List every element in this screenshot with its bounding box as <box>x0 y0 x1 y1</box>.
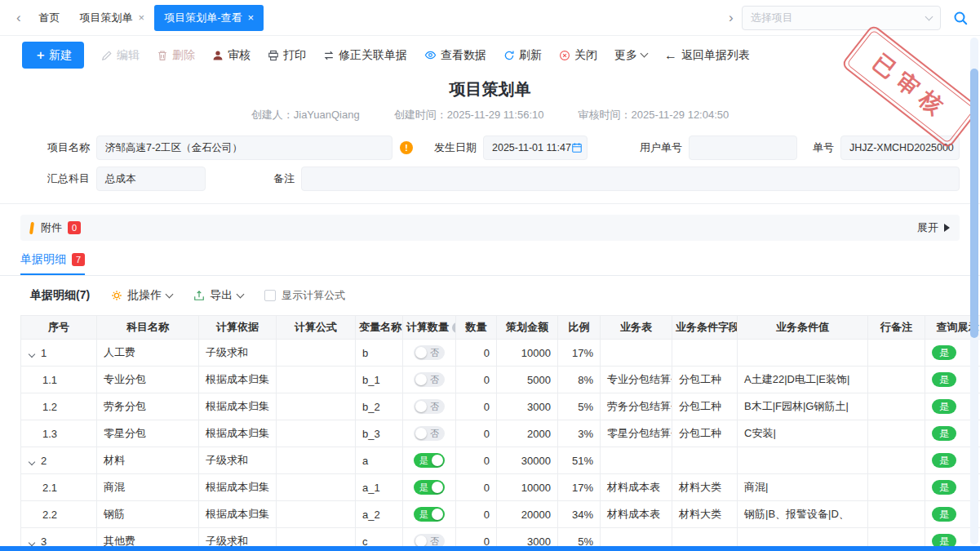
help-icon[interactable]: ? <box>452 322 456 333</box>
left-arrow-icon: ← <box>664 48 677 63</box>
audit-button[interactable]: 审核 <box>212 48 251 63</box>
qty-cell: 0 <box>456 367 497 393</box>
tab-project-plan-view[interactable]: 项目策划单-查看 × <box>154 5 264 31</box>
user-doc-no-input[interactable] <box>689 136 797 160</box>
calc-qty-toggle[interactable]: 是 <box>414 480 445 495</box>
column-header: 序号 <box>21 316 97 340</box>
toggle-knob <box>432 509 443 520</box>
yes-badge: 是 <box>932 345 956 360</box>
calc-qty-toggle[interactable]: 否 <box>414 399 445 414</box>
table-row[interactable]: 2.2钢筋根据成本归集a_2是02000034%材料成本表材料大类钢筋|B、报警… <box>21 501 980 528</box>
search-icon[interactable] <box>952 10 969 26</box>
table-row[interactable]: 1人工费子级求和b否01000017%是 <box>21 340 980 367</box>
tabs-scroll-right-icon[interactable]: › <box>721 10 742 26</box>
tab-label: 项目策划单-查看 <box>164 11 242 25</box>
biz-value-cell: 商混| <box>738 474 868 501</box>
table-row[interactable]: 1.2劳务分包根据成本归集b_2否030005%劳务分包结算子分包工种B木工|F… <box>21 393 980 420</box>
calc-basis-cell: 子级求和 <box>199 340 277 367</box>
project-name-input[interactable]: 济邹高速7-2工区（金石公司） <box>96 136 392 160</box>
yes-badge: 是 <box>932 507 956 522</box>
delete-button[interactable]: 删除 <box>157 48 195 63</box>
expand-caret-icon[interactable] <box>29 350 35 357</box>
biz-value-cell: A土建22|D电工|E装饰| <box>738 367 868 393</box>
action-toolbar: ＋新建 编辑 删除 审核 打印 修正关联单据 查看数据 刷新 关闭 更多 ← 返… <box>0 36 980 74</box>
biz-table-cell: 专业分包结算子 <box>601 367 672 393</box>
qty-cell: 0 <box>456 447 497 474</box>
calendar-icon[interactable] <box>571 142 583 153</box>
edit-button[interactable]: 编辑 <box>101 48 140 63</box>
horizontal-scrollbar[interactable] <box>0 546 980 551</box>
fix-related-docs-button[interactable]: 修正关联单据 <box>323 48 407 63</box>
ratio-cell: 17% <box>558 340 601 367</box>
checkbox-icon[interactable] <box>264 290 276 301</box>
calc-qty-toggle[interactable]: 是 <box>414 507 445 522</box>
calc-qty-toggle[interactable]: 否 <box>414 426 445 441</box>
close-button[interactable]: 关闭 <box>559 48 597 63</box>
batch-operations-button[interactable]: 批操作 <box>111 288 172 303</box>
calc-qty-cell: 是 <box>403 447 456 474</box>
toggle-knob <box>415 374 427 385</box>
expand-caret-icon[interactable] <box>29 458 35 464</box>
tabs-scroll-left-icon[interactable]: ‹ <box>8 10 29 26</box>
variable-name-cell: a_1 <box>356 474 403 501</box>
new-button[interactable]: ＋新建 <box>22 42 84 69</box>
user-doc-no-label: 用户单号 <box>640 140 682 155</box>
toggle-knob <box>415 535 427 547</box>
ratio-cell: 51% <box>558 447 601 474</box>
close-circle-icon <box>559 50 570 61</box>
summary-subject-input[interactable]: 总成本 <box>96 167 206 191</box>
row-remark-cell <box>868 393 925 420</box>
table-row[interactable]: 2.1商混根据成本归集a_1是01000017%材料成本表材料大类商混|是 <box>21 474 980 501</box>
attachments-bar[interactable]: 附件 0 展开 <box>20 215 960 241</box>
table-row[interactable]: 2材料子级求和a是03000051%是 <box>21 447 980 474</box>
tab-doc-detail[interactable]: 单据明细 7 <box>20 252 85 275</box>
detail-table-head-row: 序号科目名称计算依据计算公式变量名称计算数量?数量策划金额比例业务表业务条件字段… <box>21 316 980 340</box>
triangle-right-icon <box>944 224 950 232</box>
detail-table-body: 1人工费子级求和b否01000017%是1.1专业分包根据成本归集b_1否050… <box>21 340 980 551</box>
date-input[interactable]: 2025-11-01 11:47: <box>483 136 588 160</box>
export-button[interactable]: 导出 <box>193 288 243 303</box>
variable-name-cell: b <box>356 340 403 367</box>
info-icon[interactable]: ! <box>400 141 413 154</box>
row-remark-cell <box>868 367 925 393</box>
biz-field-cell: 材料大类 <box>672 474 738 501</box>
calc-qty-cell: 否 <box>403 367 456 393</box>
tab-project-plan-list[interactable]: 项目策划单 × <box>70 5 155 31</box>
row-remark-cell <box>868 340 925 367</box>
table-row[interactable]: 1.3零星分包根据成本归集b_3否020003%零星分包结算子分包工种C安装|是 <box>21 420 980 447</box>
calc-qty-toggle[interactable]: 是 <box>414 453 445 468</box>
yes-badge: 是 <box>932 453 956 468</box>
ratio-cell: 17% <box>558 474 601 501</box>
back-to-list-button[interactable]: ← 返回单据列表 <box>664 48 750 63</box>
vertical-scrollbar-thumb[interactable] <box>970 69 978 338</box>
view-data-button[interactable]: 查看数据 <box>424 48 486 63</box>
vertical-scrollbar[interactable] <box>970 38 978 544</box>
detail-tab-bar: 单据明细 7 <box>0 252 980 276</box>
remark-input[interactable] <box>301 167 960 191</box>
tab-close-icon[interactable]: × <box>248 11 255 24</box>
summary-subject-label: 汇总科目 <box>20 171 90 186</box>
print-button[interactable]: 打印 <box>268 48 306 63</box>
refresh-button[interactable]: 刷新 <box>503 48 542 63</box>
date-label: 发生日期 <box>434 140 477 155</box>
row-no: 1.1 <box>21 367 97 393</box>
biz-field-cell <box>672 340 738 367</box>
calc-qty-toggle[interactable]: 否 <box>414 372 445 387</box>
calc-qty-toggle[interactable]: 否 <box>414 345 445 360</box>
toggle-knob <box>415 401 427 412</box>
expand-toggle[interactable]: 展开 <box>917 220 950 235</box>
subject-name-cell: 劳务分包 <box>97 393 199 420</box>
subject-name-cell: 材料 <box>97 447 199 474</box>
expand-caret-icon[interactable] <box>29 539 35 545</box>
tab-close-icon[interactable]: × <box>139 11 145 24</box>
refresh-icon <box>503 50 515 61</box>
show-formula-checkbox[interactable]: 显示计算公式 <box>264 288 345 303</box>
more-button[interactable]: 更多 <box>614 48 647 63</box>
subject-name-cell: 专业分包 <box>97 367 199 393</box>
subject-name-cell: 商混 <box>97 474 199 501</box>
table-row[interactable]: 1.1专业分包根据成本归集b_1否050008%专业分包结算子分包工种A土建22… <box>21 367 980 393</box>
tab-home[interactable]: 首页 <box>29 5 70 31</box>
detail-count-badge: 7 <box>72 253 85 266</box>
project-select[interactable]: 选择项目 <box>742 6 941 30</box>
plan-amount-cell: 20000 <box>497 501 558 528</box>
